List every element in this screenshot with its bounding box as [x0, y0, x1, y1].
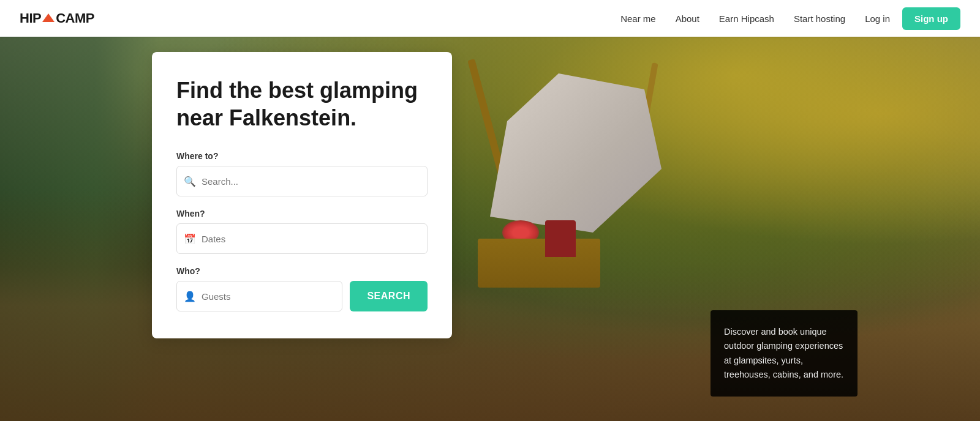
logo-tent-icon — [42, 13, 55, 23]
when-label: When? — [176, 209, 428, 218]
search-icon: 🔍 — [184, 176, 196, 187]
info-box: Discover and book unique outdoor glampin… — [710, 310, 858, 397]
tent-shape — [490, 73, 662, 233]
svg-marker-0 — [42, 13, 55, 22]
search-panel: Find the best glamping near Falkenstein.… — [152, 52, 452, 338]
nav-start-hosting[interactable]: Start hosting — [786, 9, 853, 29]
info-box-text: Discover and book unique outdoor glampin… — [724, 325, 844, 382]
calendar-icon: 📅 — [184, 233, 196, 245]
who-label: Who? — [176, 266, 342, 276]
signup-button[interactable]: Sign up — [902, 7, 960, 30]
tent-visual — [441, 73, 686, 306]
logo[interactable]: HIPCAMP — [20, 10, 94, 26]
guests-input[interactable] — [176, 281, 342, 311]
where-label: Where to? — [176, 151, 428, 161]
who-input-wrapper: 👤 — [176, 281, 342, 311]
who-search-row: Who? 👤 SEARCH — [176, 266, 428, 311]
when-input[interactable] — [176, 223, 428, 254]
hero-section: Find the best glamping near Falkenstein.… — [0, 0, 980, 421]
adirondack-chair — [545, 220, 576, 257]
logo-camp: CAMP — [56, 10, 94, 26]
nav-near-me[interactable]: Near me — [613, 9, 663, 29]
search-button[interactable]: SEARCH — [350, 281, 428, 311]
main-nav: Near me About Earn Hipcash Start hosting… — [613, 7, 960, 30]
login-button[interactable]: Log in — [858, 9, 897, 29]
deck — [478, 239, 600, 288]
where-input-wrapper: 🔍 — [176, 166, 428, 196]
tent-canvas — [490, 73, 662, 233]
logo-hip: HIP — [20, 10, 41, 26]
header: HIPCAMP Near me About Earn Hipcash Start… — [0, 0, 980, 37]
logo-text: HIPCAMP — [20, 10, 94, 26]
person-icon: 👤 — [184, 291, 196, 302]
nav-about[interactable]: About — [668, 9, 707, 29]
where-input[interactable] — [176, 166, 428, 196]
who-group: Who? 👤 — [176, 266, 342, 311]
when-group: When? 📅 — [176, 209, 428, 254]
nav-earn-hipcash[interactable]: Earn Hipcash — [712, 9, 782, 29]
where-group: Where to? 🔍 — [176, 151, 428, 196]
when-input-wrapper: 📅 — [176, 223, 428, 254]
hero-headline: Find the best glamping near Falkenstein. — [176, 76, 428, 132]
